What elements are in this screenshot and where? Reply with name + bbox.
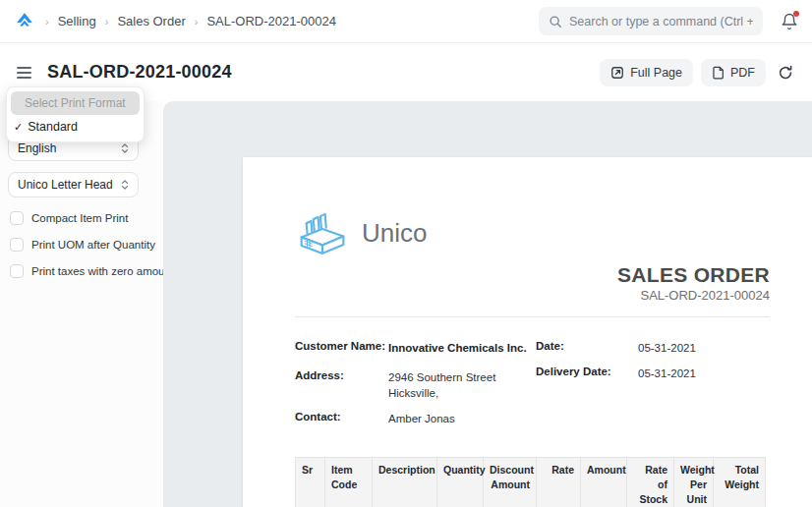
- letterhead-company-name: Unico: [362, 218, 427, 249]
- print-preview-canvas: Unico SALES ORDER SAL-ORD-2021-00024 Cus…: [163, 101, 812, 507]
- document-fields: Customer Name: Innovative Chemicals Inc.…: [295, 340, 770, 440]
- menu-hamburger-icon[interactable]: [15, 63, 33, 83]
- refresh-icon: [778, 65, 793, 81]
- factory-logo-icon: [295, 209, 350, 256]
- document-title: SALES ORDER: [295, 263, 770, 287]
- col-discount-amount: Discount Amount: [484, 457, 537, 507]
- print-format-dropdown: Select Print Format ✓ Standard: [6, 86, 145, 142]
- checkbox-icon[interactable]: [10, 238, 24, 252]
- global-search[interactable]: [539, 7, 763, 35]
- print-options-sidebar: English Unico Letter Head Compact Item P…: [0, 101, 163, 507]
- letterhead: Unico: [295, 208, 770, 257]
- col-sr: Sr: [296, 457, 325, 507]
- breadcrumb-selling[interactable]: Selling: [58, 14, 96, 28]
- address-value: 2946 Southern Street Hicksville,: [388, 369, 536, 402]
- notification-dot: [793, 11, 799, 17]
- breadcrumb-current-doc[interactable]: SAL-ORD-2021-00024: [206, 14, 336, 28]
- select-chevrons-icon: [121, 179, 129, 191]
- address-label: Address:: [295, 369, 388, 402]
- search-input[interactable]: [569, 15, 753, 28]
- file-icon: [712, 66, 725, 80]
- col-quantity: Quantity: [437, 457, 484, 507]
- delivery-date-value: 05-31-2021: [638, 366, 785, 382]
- chevron-right-icon: ›: [105, 16, 109, 28]
- pdf-label: PDF: [730, 66, 755, 80]
- search-icon: [549, 15, 562, 28]
- col-total-weight: Total Weight: [714, 457, 766, 507]
- col-rate-stock-uom: Rate of Stock UOM: [627, 457, 674, 507]
- checkbox-label: Print taxes with zero amount: [31, 265, 174, 277]
- print-format-option-label: Standard: [28, 120, 78, 134]
- breadcrumb: › Selling › Sales Order › SAL-ORD-2021-0…: [45, 14, 336, 28]
- delivery-date-label: Delivery Date:: [536, 366, 638, 382]
- notifications-bell-icon[interactable]: [781, 13, 798, 30]
- col-rate: Rate: [537, 457, 581, 507]
- language-select-value: English: [18, 141, 121, 155]
- letterhead-select[interactable]: Unico Letter Head: [8, 172, 139, 197]
- items-table: Sr Item Code Description Quantity Discou…: [295, 457, 766, 507]
- contact-value: Amber Jonas: [388, 411, 536, 427]
- checkbox-print-uom-after-quantity[interactable]: Print UOM after Quantity: [10, 238, 163, 252]
- full-page-button[interactable]: Full Page: [600, 59, 693, 86]
- main-area: English Unico Letter Head Compact Item P…: [0, 101, 812, 507]
- pdf-button[interactable]: PDF: [701, 59, 766, 86]
- check-icon: ✓: [14, 121, 23, 134]
- col-description: Description: [373, 457, 437, 507]
- table-header-row: Sr Item Code Description Quantity Discou…: [296, 457, 766, 507]
- col-amount: Amount: [581, 457, 627, 507]
- checkbox-label: Compact Item Print: [31, 212, 128, 224]
- letterhead-select-value: Unico Letter Head: [18, 178, 121, 192]
- full-page-label: Full Page: [630, 66, 682, 80]
- page-title: SAL-ORD-2021-00024: [47, 62, 232, 83]
- expand-icon: [610, 66, 624, 80]
- divider: [295, 316, 770, 317]
- breadcrumb-sales-order[interactable]: Sales Order: [117, 14, 185, 28]
- chevron-right-icon: ›: [45, 16, 49, 28]
- checkbox-icon[interactable]: [10, 264, 24, 278]
- app-logo-icon[interactable]: [14, 11, 35, 32]
- customer-name-value: Innovative Chemicals Inc.: [388, 340, 536, 357]
- checkbox-label: Print UOM after Quantity: [31, 239, 155, 251]
- print-format-option-standard[interactable]: ✓ Standard: [11, 115, 140, 138]
- checkbox-print-taxes-zero-amount[interactable]: Print taxes with zero amount: [10, 264, 163, 278]
- print-preview-paper: Unico SALES ORDER SAL-ORD-2021-00024 Cus…: [243, 157, 812, 507]
- checkbox-compact-item-print[interactable]: Compact Item Print: [10, 211, 163, 225]
- document-number: SAL-ORD-2021-00024: [295, 288, 770, 303]
- checkbox-icon[interactable]: [10, 211, 24, 225]
- date-label: Date:: [536, 340, 638, 357]
- top-navbar: › Selling › Sales Order › SAL-ORD-2021-0…: [0, 0, 812, 43]
- print-format-placeholder-option[interactable]: Select Print Format: [11, 91, 140, 115]
- select-chevrons-icon: [121, 142, 129, 154]
- refresh-button[interactable]: [774, 59, 797, 86]
- contact-label: Contact:: [295, 411, 388, 427]
- customer-name-label: Customer Name:: [295, 340, 388, 357]
- chevron-right-icon: ›: [195, 16, 199, 28]
- col-item-code: Item Code: [325, 457, 373, 507]
- col-weight-per-unit: Weight Per Unit: [674, 457, 714, 507]
- date-value: 05-31-2021: [638, 340, 785, 357]
